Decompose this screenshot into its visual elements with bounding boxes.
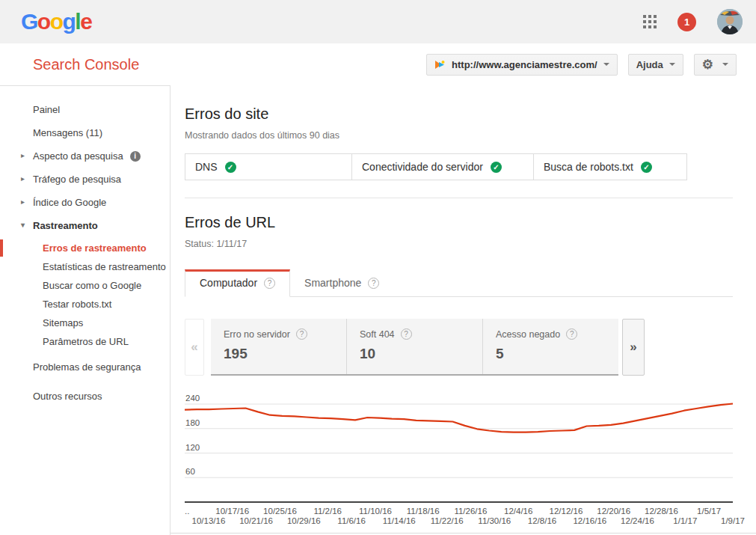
logo-letter: g: [63, 9, 76, 34]
content-bottom-edge: [170, 533, 756, 534]
help-dropdown[interactable]: Ajuda: [628, 54, 683, 76]
error-cards-row: « Erro no servidor?195Soft 404?10Acesso …: [185, 319, 733, 376]
site-errors-subtitle: Mostrando dados dos últimos 90 dias: [185, 130, 756, 141]
url-errors-status: Status: 1/11/17: [185, 239, 756, 249]
top-bar-right: 1: [643, 9, 743, 34]
check-ok-icon: ✓: [641, 162, 652, 173]
check-ok-icon: ✓: [225, 162, 236, 173]
x-axis-label: 11/2/16: [313, 507, 342, 516]
sidebar-nav: PainelMensagens (11)▸Aspecto da pesquisa…: [0, 85, 170, 535]
x-axis-label: 12/16/16: [573, 516, 606, 525]
error-card-value: 5: [496, 346, 618, 362]
error-card[interactable]: Erro no servidor?195: [211, 319, 346, 374]
error-card-label: Soft 404?: [360, 328, 482, 340]
sidebar-subitem[interactable]: Buscar como o Google: [0, 276, 170, 295]
y-axis-label: 240: [185, 394, 200, 403]
tab-smartphone[interactable]: Smartphone?: [290, 270, 393, 296]
settings-dropdown[interactable]: ⚙: [694, 54, 737, 76]
error-cards: Erro no servidor?195Soft 404?10Acesso ne…: [211, 319, 618, 376]
gear-icon: ⚙: [702, 58, 713, 71]
error-card-value: 10: [360, 346, 482, 362]
site-favicon: [434, 59, 446, 70]
x-axis-label: 12/8/16: [528, 516, 556, 525]
site-errors-title: Erros do site: [185, 106, 756, 123]
sidebar-item[interactable]: ▾Rastreamento: [0, 214, 170, 237]
avatar[interactable]: [717, 9, 743, 34]
sidebar-item-label: Índice do Google: [33, 197, 106, 208]
logo-letter: G: [21, 9, 37, 34]
error-card[interactable]: Acesso negado?5: [482, 319, 618, 374]
sidebar-item-label: Tráfego de pesquisa: [33, 174, 121, 185]
chevron-down-icon: [603, 63, 609, 66]
sidebar-item[interactable]: ▸Índice do Google: [0, 191, 170, 214]
tab-computador[interactable]: Computador?: [185, 269, 290, 297]
notification-badge[interactable]: 1: [677, 13, 696, 31]
main-content: Erros do site Mostrando dados dos último…: [170, 85, 756, 535]
site-url-label: http://www.agenciamestre.com/: [452, 59, 597, 70]
sidebar-subitem[interactable]: Erros de rastreamento: [0, 239, 170, 257]
section-divider: [185, 198, 733, 198]
sidebar-subitem[interactable]: Testar robots.txt: [0, 295, 170, 314]
site-check-label: DNS: [195, 161, 218, 173]
app-title[interactable]: Search Console: [33, 56, 139, 73]
x-axis-label: 12/4/16: [504, 507, 532, 516]
sidebar-item-label: Painel: [33, 104, 60, 115]
errors-trend-chart[interactable]: 60120180240..10/17/1610/25/1611/2/1611/1…: [185, 394, 733, 523]
sidebar-item[interactable]: Problemas de segurança: [0, 355, 170, 379]
sidebar-subitem[interactable]: Estatísticas de rastreamento: [0, 257, 170, 276]
chevron-down-icon: [722, 63, 728, 66]
google-logo[interactable]: Google: [21, 9, 91, 34]
tab-label: Computador: [200, 277, 257, 289]
app-header: Search Console http://www.agenciamestre.…: [0, 43, 756, 85]
chevron-right-icon: ▸: [21, 174, 25, 183]
site-check-cell[interactable]: Conectividade do servidor✓: [351, 154, 533, 180]
x-axis-label: 1/5/17: [697, 507, 721, 516]
error-card-label: Erro no servidor?: [224, 328, 346, 340]
error-card-value: 195: [224, 346, 346, 362]
help-question-icon: ?: [566, 328, 577, 340]
x-axis-label: 10/21/16: [239, 516, 273, 525]
device-tabs: Computador?Smartphone?: [185, 269, 733, 297]
cards-prev-button[interactable]: «: [185, 319, 204, 376]
apps-grid-icon[interactable]: [643, 15, 657, 28]
info-icon: i: [130, 151, 141, 162]
x-axis-label: ..: [185, 507, 189, 516]
x-axis-label: 10/29/16: [287, 516, 321, 525]
sidebar-item[interactable]: Painel: [0, 98, 170, 121]
chart-canvas: [185, 404, 733, 504]
x-axis-label: 12/24/16: [621, 516, 654, 525]
help-question-icon: ?: [296, 328, 307, 340]
chevron-down-icon: ▾: [21, 221, 25, 229]
site-check-label: Busca de robots.txt: [544, 161, 633, 173]
x-axis-label: 1/1/17: [673, 516, 697, 525]
sidebar-item-label: Rastreamento: [33, 220, 98, 231]
sidebar-item-label: Problemas de segurança: [33, 361, 141, 373]
sidebar-item[interactable]: Mensagens (11): [0, 121, 170, 144]
site-selector-dropdown[interactable]: http://www.agenciamestre.com/: [426, 54, 618, 76]
header-actions: http://www.agenciamestre.com/ Ajuda ⚙: [426, 54, 737, 76]
sidebar-subitem[interactable]: Sitemaps: [0, 314, 170, 332]
error-card-label: Acesso negado?: [496, 328, 618, 340]
site-check-cell[interactable]: DNS✓: [185, 154, 351, 180]
check-ok-icon: ✓: [491, 162, 502, 173]
data-series-line: [185, 404, 733, 432]
x-axis-label: 11/18/16: [407, 507, 440, 516]
sidebar-item[interactable]: Outros recursos: [0, 385, 170, 408]
sidebar-subitem[interactable]: Parâmetros de URL: [0, 332, 170, 351]
cards-next-button[interactable]: »: [622, 319, 645, 376]
sidebar-item[interactable]: ▸Tráfego de pesquisa: [0, 168, 170, 191]
x-axis-label: 11/26/16: [454, 507, 487, 516]
body-row: PainelMensagens (11)▸Aspecto da pesquisa…: [0, 85, 756, 535]
x-axis-label: 10/17/16: [215, 507, 249, 516]
avatar-photo: [717, 9, 743, 34]
x-axis-label: 10/25/16: [263, 507, 297, 516]
site-check-cell[interactable]: Busca de robots.txt✓: [533, 154, 686, 180]
sidebar-item[interactable]: ▸Aspecto da pesquisai: [0, 144, 170, 168]
logo-letter: o: [50, 9, 63, 34]
logo-letter: e: [80, 9, 91, 34]
x-axis-label: 12/28/16: [645, 507, 678, 516]
x-axis-label: 12/12/16: [550, 507, 583, 516]
error-card[interactable]: Soft 404?10: [346, 319, 482, 374]
url-errors-title: Erros de URL: [185, 214, 756, 231]
error-card-label-text: Acesso negado: [496, 329, 560, 340]
